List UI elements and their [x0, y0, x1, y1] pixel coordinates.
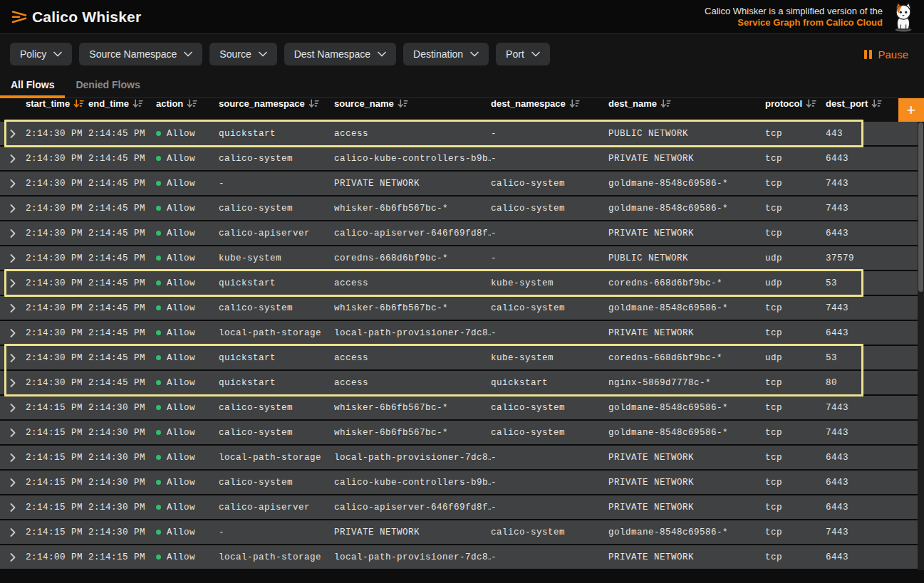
expand-chevron-icon[interactable]	[10, 528, 16, 537]
cell-start-time: 2:14:30 PM	[26, 328, 88, 338]
cell-protocol: tcp	[765, 378, 826, 388]
cell-end-time: 2:14:45 PM	[88, 154, 156, 164]
cell-dest-name: goldmane-8548c69586-*	[608, 204, 765, 214]
cell-source-name: whisker-6b6fb567bc-*	[334, 204, 491, 214]
filter-source[interactable]: Source	[209, 43, 276, 65]
add-column-button[interactable]: +	[898, 98, 924, 122]
sort-icon	[660, 99, 671, 108]
table-row[interactable]: 2:14:30 PM2:14:45 PMAllowcalico-apiserve…	[0, 221, 918, 245]
cell-source-name: calico-apiserver-646f69fd8f…	[334, 229, 491, 238]
expand-chevron-icon[interactable]	[10, 553, 16, 562]
cell-action: Allow	[156, 253, 219, 263]
cell-protocol: tcp	[765, 129, 826, 139]
cell-dest-name: PRIVATE NETWORK	[608, 154, 765, 164]
expand-chevron-icon[interactable]	[10, 279, 16, 288]
tagline: Calico Whisker is a simplified version o…	[705, 6, 883, 28]
cell-end-time: 2:14:30 PM	[88, 453, 156, 463]
column-header-source_name[interactable]: source_name	[334, 98, 491, 109]
cell-dest-namespace: quickstart	[491, 378, 608, 388]
cell-source-namespace: calico-system	[219, 204, 334, 214]
expand-chevron-icon[interactable]	[10, 478, 16, 487]
column-header-end_time[interactable]: end_time	[88, 98, 156, 109]
cell-end-time: 2:14:30 PM	[88, 403, 156, 413]
cell-action: Allow	[156, 154, 219, 164]
column-header-source_namespace[interactable]: source_namespace	[219, 98, 334, 109]
cell-action: Allow	[156, 278, 219, 288]
cell-start-time: 2:14:30 PM	[26, 353, 88, 363]
table-row[interactable]: 2:14:15 PM2:14:30 PMAllowlocal-path-stor…	[0, 446, 918, 469]
table-row[interactable]: 2:14:30 PM2:14:45 PMAllowlocal-path-stor…	[0, 321, 918, 345]
cell-start-time: 2:14:30 PM	[26, 278, 88, 288]
table-row[interactable]: 2:14:30 PM2:14:45 PMAllowquickstartacces…	[0, 122, 918, 145]
table-row[interactable]: 2:14:15 PM2:14:30 PMAllowcalico-systemca…	[0, 471, 918, 494]
service-graph-link[interactable]: Service Graph from Calico Cloud	[737, 17, 883, 28]
cell-protocol: tcp	[765, 552, 826, 562]
cell-protocol: tcp	[765, 403, 826, 413]
expand-chevron-icon[interactable]	[10, 503, 16, 512]
cell-dest-namespace: -	[491, 552, 608, 562]
scrollbar-thumb[interactable]	[918, 122, 923, 292]
cell-source-name: local-path-provisioner-7dc8…	[334, 552, 491, 562]
sort-icon	[308, 99, 319, 108]
cell-source-namespace: local-path-storage	[219, 328, 334, 338]
vertical-scrollbar[interactable]	[918, 122, 924, 570]
expand-chevron-icon[interactable]	[10, 130, 16, 138]
table-row[interactable]: 2:14:30 PM2:14:45 PMAllowcalico-systemwh…	[0, 196, 918, 220]
filter-destination[interactable]: Destination	[403, 43, 489, 65]
expand-chevron-icon[interactable]	[10, 254, 16, 263]
table-row[interactable]: 2:14:30 PM2:14:45 PMAllowcalico-systemca…	[0, 147, 918, 170]
table-row[interactable]: 2:14:30 PM2:14:45 PMAllow-PRIVATE NETWOR…	[0, 172, 918, 195]
expand-chevron-icon[interactable]	[10, 379, 16, 387]
cell-action: Allow	[156, 552, 219, 562]
table-row[interactable]: 2:14:30 PM2:14:45 PMAllowquickstartacces…	[0, 371, 918, 394]
expand-chevron-icon[interactable]	[10, 404, 16, 412]
table-row[interactable]: 2:14:30 PM2:14:45 PMAllowkube-systemcore…	[0, 246, 918, 270]
expand-chevron-icon[interactable]	[10, 354, 16, 362]
allow-status-dot	[156, 380, 161, 385]
expand-chevron-icon[interactable]	[10, 304, 16, 312]
column-header-dest_name[interactable]: dest_name	[608, 98, 765, 109]
table-row[interactable]: 2:14:15 PM2:14:30 PMAllowcalico-apiserve…	[0, 495, 918, 519]
table-row[interactable]: 2:14:30 PM2:14:45 PMAllowcalico-systemwh…	[0, 296, 918, 320]
column-header-start_time[interactable]: start_time	[26, 98, 88, 109]
filter-source-namespace[interactable]: Source Namespace	[79, 43, 202, 65]
cell-source-name: whisker-6b6fb567bc-*	[334, 303, 491, 313]
table-row[interactable]: 2:14:15 PM2:14:30 PMAllowcalico-systemwh…	[0, 396, 918, 419]
table-row[interactable]: 2:14:30 PM2:14:45 PMAllowquickstartacces…	[0, 346, 918, 369]
table-row[interactable]: 2:14:15 PM2:14:30 PMAllowcalico-systemwh…	[0, 421, 918, 444]
expand-chevron-icon[interactable]	[10, 429, 16, 437]
column-header-action[interactable]: action	[156, 98, 219, 109]
pause-button[interactable]: Pause	[864, 48, 908, 61]
expand-chevron-icon[interactable]	[10, 453, 16, 462]
column-header-dest_namespace[interactable]: dest_namespace	[491, 98, 608, 109]
cell-source-namespace: calico-system	[219, 154, 334, 164]
cell-source-name: PRIVATE NETWORK	[334, 179, 491, 189]
cell-end-time: 2:14:45 PM	[88, 129, 156, 139]
column-header-protocol[interactable]: protocol	[765, 98, 826, 109]
cell-source-name: calico-kube-controllers-b9b…	[334, 154, 491, 164]
filter-port[interactable]: Port	[496, 43, 550, 65]
allow-status-dot	[156, 156, 161, 161]
table-row[interactable]: 2:14:15 PM2:14:30 PMAllow-PRIVATE NETWOR…	[0, 520, 918, 544]
filter-dest-namespace[interactable]: Dest Namespace	[284, 43, 396, 65]
cell-start-time: 2:14:15 PM	[26, 503, 88, 513]
expand-chevron-icon[interactable]	[10, 329, 16, 337]
expand-chevron-icon[interactable]	[10, 229, 16, 238]
cell-source-namespace: calico-system	[219, 478, 334, 488]
cell-source-name: calico-kube-controllers-b9b…	[334, 478, 491, 488]
cell-action: Allow	[156, 503, 219, 513]
cell-protocol: tcp	[765, 229, 826, 238]
tab-all-flows[interactable]: All Flows	[0, 71, 65, 98]
expand-chevron-icon[interactable]	[10, 179, 16, 188]
cell-dest-port: 7443	[826, 527, 918, 537]
allow-status-dot	[156, 206, 161, 211]
cell-dest-namespace: calico-system	[491, 179, 608, 189]
table-row[interactable]: 2:14:00 PM2:14:15 PMAllowlocal-path-stor…	[0, 545, 918, 569]
filter-policy[interactable]: Policy	[10, 43, 72, 65]
expand-chevron-icon[interactable]	[10, 204, 16, 213]
cell-protocol: tcp	[765, 303, 826, 313]
tab-denied-flows[interactable]: Denied Flows	[65, 71, 150, 98]
expand-chevron-icon[interactable]	[10, 154, 16, 163]
cell-dest-port: 80	[826, 378, 918, 388]
table-row[interactable]: 2:14:30 PM2:14:45 PMAllowquickstartacces…	[0, 271, 918, 295]
